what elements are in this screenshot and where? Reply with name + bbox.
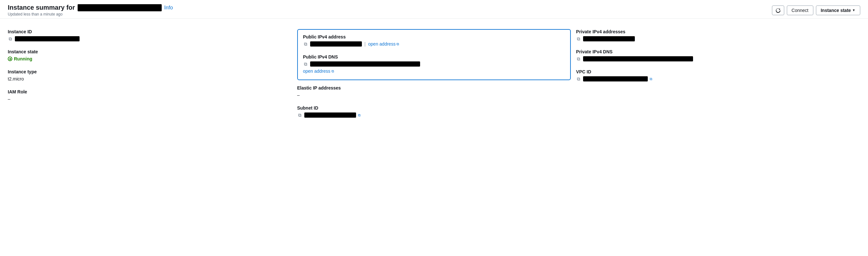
vpc-id-label: VPC ID xyxy=(576,69,854,74)
page-title: Instance summary for Info xyxy=(8,4,173,11)
external-link-icon-dns: ⧉ xyxy=(332,69,334,73)
copy-public-dns-icon[interactable]: ⧉ xyxy=(303,61,308,67)
elastic-ip-text: – xyxy=(297,92,300,98)
instance-state-value: Running xyxy=(8,56,285,61)
running-dot xyxy=(9,58,11,60)
external-link-icon: ⧉ xyxy=(397,42,399,46)
running-badge: Running xyxy=(8,56,32,61)
running-text: Running xyxy=(14,56,32,61)
header-actions: Connect Instance state ▼ xyxy=(772,5,860,15)
detail-item-public-ipv4-dns: Public IPv4 DNS ⧉ open address ⧉ xyxy=(303,54,565,74)
instance-type-value: t2.micro xyxy=(8,76,285,82)
instance-type-label: Instance type xyxy=(8,69,285,74)
chevron-down-icon: ▼ xyxy=(852,8,856,12)
private-ipv4-dns-label: Private IPv4 DNS xyxy=(576,49,854,54)
refresh-icon xyxy=(776,8,781,13)
header: Instance summary for Info Updated less t… xyxy=(0,0,868,19)
detail-item-instance-id: Instance ID ⧉ xyxy=(8,29,285,41)
iam-role-label: IAM Role xyxy=(8,89,285,94)
detail-item-private-ipv4-dns: Private IPv4 DNS ⧉ xyxy=(576,49,854,61)
private-ipv4-label: Private IPv4 addresses xyxy=(576,29,854,34)
instance-id-label: Instance ID xyxy=(8,29,285,34)
highlight-box: Public IPv4 address ⧉ | open address ⧉ xyxy=(297,29,571,80)
info-link[interactable]: Info xyxy=(164,5,173,11)
refresh-button[interactable] xyxy=(772,5,784,15)
instance-state-label: Instance state xyxy=(8,49,285,54)
subnet-id-redacted xyxy=(304,113,356,118)
middle-lower: Elastic IP addresses – Subnet ID ⧉ ⧉ xyxy=(297,85,571,118)
copy-subnet-id-icon[interactable]: ⧉ xyxy=(297,113,302,118)
instance-type-text: t2.micro xyxy=(8,76,24,82)
details-grid: Instance ID ⧉ Instance state R xyxy=(8,25,860,129)
public-dns-open-link[interactable]: open address ⧉ xyxy=(303,68,334,74)
instance-id-value: ⧉ xyxy=(8,36,285,41)
iam-role-text: – xyxy=(8,96,10,101)
public-ipv4-label: Public IPv4 address xyxy=(303,34,565,39)
instance-id-redacted-value xyxy=(15,36,80,41)
vpc-id-value: ⧉ ⧉ xyxy=(576,76,854,82)
title-prefix: Instance summary for xyxy=(8,4,75,11)
elastic-ip-value: – xyxy=(297,92,571,98)
subnet-id-value: ⧉ ⧉ xyxy=(297,113,571,118)
public-dns-open-link-container: open address ⧉ xyxy=(303,68,565,74)
detail-item-subnet-id: Subnet ID ⧉ ⧉ xyxy=(297,105,571,118)
instance-id-redacted xyxy=(78,4,162,11)
subnet-external-link-icon[interactable]: ⧉ xyxy=(358,113,361,117)
private-ipv4-redacted xyxy=(583,36,635,41)
content: Instance ID ⧉ Instance state R xyxy=(0,19,868,136)
instance-state-button[interactable]: Instance state ▼ xyxy=(816,5,860,15)
copy-vpc-id-icon[interactable]: ⧉ xyxy=(576,76,581,82)
copy-instance-id-icon[interactable]: ⧉ xyxy=(8,36,13,41)
detail-item-iam-role: IAM Role – xyxy=(8,89,285,101)
private-ipv4-dns-redacted xyxy=(583,56,693,61)
copy-public-ipv4-icon[interactable]: ⧉ xyxy=(303,41,308,46)
public-ipv4-dns-label: Public IPv4 DNS xyxy=(303,54,565,60)
updated-text: Updated less than a minute ago xyxy=(8,12,173,17)
private-ipv4-value: ⧉ xyxy=(576,36,854,41)
subnet-id-label: Subnet ID xyxy=(297,105,571,110)
header-left: Instance summary for Info Updated less t… xyxy=(8,4,173,17)
copy-private-dns-icon[interactable]: ⧉ xyxy=(576,56,581,61)
left-column: Instance ID ⧉ Instance state R xyxy=(8,25,292,129)
running-circle-icon xyxy=(8,57,12,61)
page-wrapper: Instance summary for Info Updated less t… xyxy=(0,0,868,256)
connect-button[interactable]: Connect xyxy=(787,5,813,15)
public-ipv4-value: ⧉ | open address ⧉ xyxy=(303,41,565,46)
public-ipv4-dns-redacted xyxy=(310,61,420,67)
vpc-id-redacted xyxy=(583,76,648,82)
public-ipv4-open-link[interactable]: open address ⧉ xyxy=(368,41,399,46)
detail-item-instance-type: Instance type t2.micro xyxy=(8,69,285,82)
detail-item-private-ipv4: Private IPv4 addresses ⧉ xyxy=(576,29,854,41)
detail-item-instance-state: Instance state Running xyxy=(8,49,285,61)
public-ipv4-dns-value: ⧉ xyxy=(303,61,565,67)
detail-item-public-ipv4: Public IPv4 address ⧉ | open address ⧉ xyxy=(303,34,565,46)
middle-column: Public IPv4 address ⧉ | open address ⧉ xyxy=(292,25,576,129)
vpc-external-link-icon[interactable]: ⧉ xyxy=(650,77,652,81)
public-ipv4-redacted xyxy=(310,41,362,46)
detail-item-elastic-ip: Elastic IP addresses – xyxy=(297,85,571,98)
copy-private-ipv4-icon[interactable]: ⧉ xyxy=(576,36,581,41)
separator: | xyxy=(365,41,366,46)
detail-item-vpc-id: VPC ID ⧉ ⧉ xyxy=(576,69,854,82)
private-ipv4-dns-value: ⧉ xyxy=(576,56,854,61)
iam-role-value: – xyxy=(8,96,285,101)
right-column: Private IPv4 addresses ⧉ Private IPv4 DN… xyxy=(576,25,860,129)
elastic-ip-label: Elastic IP addresses xyxy=(297,85,571,91)
